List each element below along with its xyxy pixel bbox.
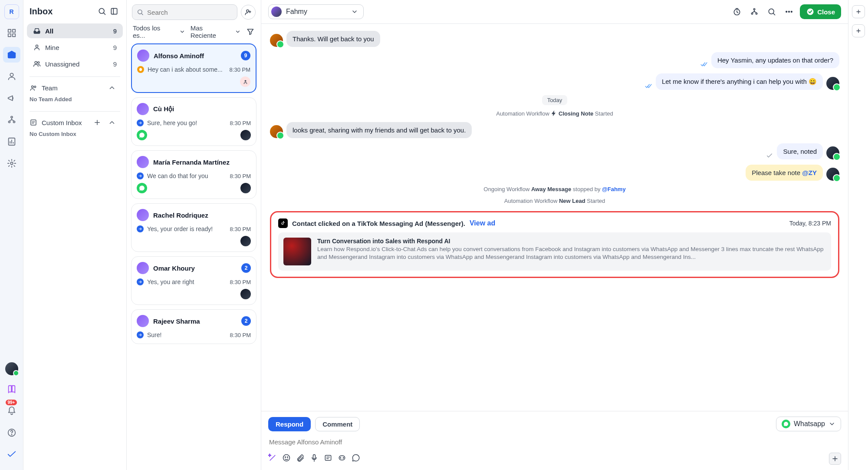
respond-tab[interactable]: Respond: [268, 417, 311, 431]
message-bubble: Thanks. Will get back to you: [286, 31, 380, 47]
close-conversation-button[interactable]: Close: [800, 4, 841, 19]
whatsapp-channel-icon: [137, 130, 147, 140]
chat-panel: Fahmy Close Thanks. Will get back to you: [261, 0, 848, 470]
nav-help-docs[interactable]: [3, 381, 20, 397]
conversation-card[interactable]: Cù HộiSure, here you go!8:30 PM: [131, 97, 256, 146]
attachment-button[interactable]: [296, 453, 305, 464]
comment-tab[interactable]: Comment: [315, 417, 360, 431]
contact-avatar: [137, 103, 149, 115]
add-panel-button[interactable]: [852, 5, 865, 18]
conversation-card[interactable]: Rachel RodriquezYes, your order is ready…: [131, 203, 256, 252]
contact-name: Rachel Rodriquez: [153, 212, 251, 219]
nav-notifications[interactable]: 99+: [3, 403, 20, 419]
emoji-button[interactable]: [282, 453, 291, 464]
nav-settings[interactable]: [3, 156, 20, 171]
inbox-cat-all[interactable]: All 9: [27, 23, 123, 38]
view-ad-link[interactable]: View ad: [470, 219, 495, 227]
bolt-icon: [551, 110, 557, 116]
inbox-cat-count: 9: [113, 27, 117, 35]
search-input[interactable]: [147, 9, 233, 16]
inbox-search-icon[interactable]: [96, 5, 108, 17]
status-filter[interactable]: Todos los es...: [133, 24, 174, 39]
assignee-dropdown[interactable]: Fahmy: [268, 4, 364, 19]
internal-note-bubble: Please take note @ZY: [746, 165, 823, 181]
nav-workflows[interactable]: [3, 112, 20, 128]
filter-icon[interactable]: [246, 27, 255, 36]
nav-help[interactable]: [3, 425, 20, 440]
mention[interactable]: @ZY: [802, 169, 817, 176]
assignee-avatar: [240, 236, 251, 246]
conversation-card[interactable]: Omar Khoury2Yes, you are right8:30 PM: [131, 256, 256, 305]
whatsapp-template-button[interactable]: [352, 453, 360, 464]
sort-filter[interactable]: Mas Reciente: [191, 24, 230, 39]
emoji-grin-icon: 😄: [809, 78, 817, 85]
nav-broadcast[interactable]: [3, 90, 20, 106]
inbox-cat-unassigned[interactable]: Unassigned 9: [27, 56, 123, 71]
message-time: 8:30 PM: [230, 226, 251, 232]
shortcut-button[interactable]: [338, 453, 346, 464]
inbox-team-section[interactable]: Team: [23, 81, 126, 94]
add-panel-button-2[interactable]: [852, 24, 865, 37]
conversation-card[interactable]: María Fernanda MartínezWe can do that fo…: [131, 150, 256, 199]
app-logo[interactable]: R: [4, 4, 19, 19]
message-bubble: Let me know if there's anything i can he…: [656, 73, 823, 90]
contact-name: Cù Hội: [153, 105, 251, 113]
snippet-button[interactable]: [324, 453, 332, 464]
conversation-card[interactable]: Alfonso Aminoff9Hey can i ask about some…: [131, 43, 256, 93]
chevron-up-icon: [108, 84, 116, 92]
svg-point-9: [10, 162, 13, 165]
agent-avatar: [826, 168, 839, 181]
assignee-name: Fahmy: [286, 8, 307, 16]
nav-status[interactable]: [3, 447, 20, 462]
read-receipt-icon: [644, 82, 652, 90]
conversation-card[interactable]: Rajeev Sharma2Sure!8:30 PM: [131, 309, 256, 344]
voice-button[interactable]: [310, 453, 319, 464]
svg-point-32: [283, 455, 290, 461]
plus-icon[interactable]: [93, 119, 101, 126]
svg-point-27: [769, 9, 774, 14]
ai-assist-button[interactable]: [268, 453, 277, 464]
ad-event-highlight: Contact clicked on a TikTok Messaging Ad…: [270, 211, 839, 278]
message-time: 8:30 PM: [230, 66, 250, 73]
message-preview: Sure, here you go!: [147, 119, 227, 126]
inbox-custom-section[interactable]: Custom Inbox: [23, 116, 126, 129]
nav-inbox[interactable]: [3, 47, 20, 63]
message-time: 8:30 PM: [230, 332, 251, 338]
message-time: 8:30 PM: [230, 173, 251, 179]
nav-reports[interactable]: [3, 134, 20, 149]
message-input[interactable]: [268, 436, 841, 448]
message-bubble: Hey Yasmin, any updates on that order?: [711, 52, 839, 68]
workflow-button[interactable]: [748, 5, 761, 18]
tiktok-icon: [278, 218, 288, 228]
message-preview: Sure!: [147, 331, 227, 338]
nav-rail: R 99+: [0, 0, 23, 470]
inbox-cat-mine[interactable]: Mine 9: [27, 40, 123, 55]
users-icon: [33, 60, 41, 68]
search-input-wrap[interactable]: [132, 4, 237, 20]
inbox-cat-label: All: [45, 27, 53, 35]
custom-inbox-icon: [30, 119, 37, 126]
snooze-button[interactable]: [730, 5, 743, 18]
new-conversation-button[interactable]: [241, 5, 256, 20]
search-button[interactable]: [765, 5, 778, 18]
contact-name: María Fernanda Martínez: [153, 159, 251, 166]
message-time: 8:30 PM: [230, 279, 251, 285]
nav-contacts[interactable]: [3, 69, 20, 84]
user-avatar[interactable]: [5, 362, 18, 375]
ad-title: Turn Conversation into Sales with Respon…: [317, 238, 826, 245]
user-icon: [33, 43, 41, 51]
add-contact-icon: [244, 8, 252, 16]
nav-dashboard[interactable]: [3, 25, 20, 41]
team-empty-text: No Team Added: [23, 94, 126, 107]
channel-selector[interactable]: Whatsapp: [776, 417, 841, 431]
inbox-toggle-icon[interactable]: [108, 5, 120, 17]
divider: [30, 111, 120, 112]
message-bubble: looks great, sharing with my friends and…: [286, 122, 472, 138]
status-dot-icon: [137, 278, 144, 285]
day-separator: Today: [542, 95, 568, 105]
chevron-down-icon: [351, 8, 358, 15]
svg-point-22: [244, 80, 246, 81]
svg-point-17: [32, 86, 34, 88]
more-button[interactable]: [783, 5, 796, 18]
add-attachment-button[interactable]: [829, 453, 841, 465]
